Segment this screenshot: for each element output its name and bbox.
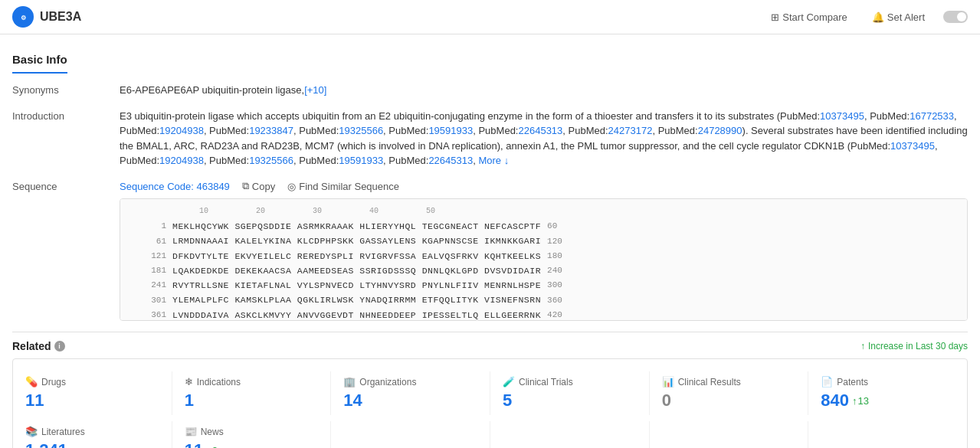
pubmed-link-9[interactable]: 24728990 [698,125,742,136]
patents-delta: ↑ 13 [852,395,869,407]
pubmed-link-4[interactable]: 19233847 [249,125,293,136]
basic-info-title: Basic Info [12,44,67,74]
find-similar-button[interactable]: ◎ Find Similar Sequence [287,181,399,192]
start-compare-button[interactable]: ⊞ Start Compare [765,8,854,26]
seq-line-1: 1 MEKLHQCYWK SGEPQSDDIE ASRMKRAAAK HLIER… [129,220,958,233]
pubmed-link-10[interactable]: 10373495 [890,140,935,152]
pubmed-link-2[interactable]: 16772533 [910,110,954,122]
related-item-empty-6 [808,421,967,448]
seq-line-6: 301 YLEMALPLFC KAMSKLPLAA QGKLIRLWSK YNA… [129,293,958,306]
alert-toggle[interactable] [943,11,968,23]
main-content: Basic Info Synonyms E6-APE6APE6AP ubiqui… [0,34,980,448]
page-title: UBE3A [40,10,765,24]
patents-arrow-up: ↑ [852,395,857,407]
pubmed-link-7[interactable]: 22645313 [518,125,562,136]
seq-line-3: 121 DFKDVTYLTE EKVYEILELC REREDYSPLI RVI… [129,250,958,263]
related-item-empty-3 [331,421,490,448]
pubmed-link-3[interactable]: 19204938 [159,125,204,136]
introduction-row: Introduction E3 ubiquitin-protein ligase… [12,109,968,168]
synonyms-value: E6-APE6APE6AP ubiquitin-protein ligase,[… [120,83,968,98]
arrow-up-icon: ↑ [860,341,865,352]
patents-icon: 📄 [821,376,833,388]
seq-line-2: 61 LRMDNNAAAI KALELYKINA KLCDPHPSKK GASS… [129,234,958,247]
sequence-label: Sequence [12,179,120,192]
related-info-icon[interactable]: i [54,341,65,352]
compare-icon: ⊞ [771,11,779,23]
introduction-value: E3 ubiquitin-protein ligase which accept… [120,109,968,168]
related-item-patents[interactable]: 📄 Patents 840 ↑ 13 [808,371,967,415]
sequence-ruler: 10 20 30 40 50 [175,205,958,217]
intro-more-link[interactable]: More ↓ [478,155,509,166]
literatures-icon: 📚 [25,426,38,437]
indications-icon: ❄ [185,376,193,388]
sequence-header: Sequence Code: 463849 ⧉ Copy ◎ Find Simi… [120,179,968,195]
pubmed-link-5[interactable]: 19325566 [339,125,383,136]
copy-icon: ⧉ [242,180,249,192]
sequence-value: Sequence Code: 463849 ⧉ Copy ◎ Find Simi… [120,179,968,322]
copy-button[interactable]: ⧉ Copy [242,180,275,192]
related-items-row-2: 📚 Literatures 1,241 📰 News 11 [13,418,967,448]
seq-line-5: 241 RVYTRLLSNE KIETAFLNAL VYLSPNVECD LTY… [129,279,958,292]
synonyms-label: Synonyms [12,83,120,96]
related-item-news[interactable]: 📰 News 11 ↑ 2 [172,421,332,448]
sequence-row: Sequence Sequence Code: 463849 ⧉ Copy ◎ … [12,179,968,322]
synonyms-row: Synonyms E6-APE6APE6AP ubiquitin-protein… [12,83,968,98]
introduction-label: Introduction [12,109,120,122]
svg-text:⚙: ⚙ [21,15,26,21]
related-item-drugs[interactable]: 💊 Drugs 11 [13,371,172,415]
news-delta: ↑ 2 [206,445,218,449]
drugs-icon: 💊 [25,376,38,388]
news-arrow-up: ↑ [206,445,211,449]
app-logo: ⚙ [12,6,34,28]
pubmed-link-6[interactable]: 19591933 [428,125,473,136]
news-icon: 📰 [185,426,197,437]
related-items-row-1: 💊 Drugs 11 ❄ Indications 1 [13,368,967,418]
synonyms-more-link[interactable]: [+10] [304,84,326,96]
related-item-empty-4 [490,421,650,448]
header-actions: ⊞ Start Compare 🔔 Set Alert [765,8,968,26]
organizations-icon: 🏢 [343,376,356,388]
related-header: Related i ↑ Increase in Last 30 days [12,332,968,358]
pubmed-link-12[interactable]: 19325566 [249,155,293,166]
pubmed-link-11[interactable]: 19204938 [159,155,204,166]
sequence-code-link[interactable]: Sequence Code: 463849 [120,179,230,195]
clinical-results-icon: 📊 [662,376,674,388]
sequence-box[interactable]: 10 20 30 40 50 1 MEKLHQCYWK SGEPQSDDIE A… [120,198,968,321]
related-grid: 💊 Drugs 11 ❄ Indications 1 [12,358,968,448]
header: ⚙ UBE3A ⊞ Start Compare 🔔 Set Alert [0,0,980,34]
pubmed-link-1[interactable]: 10373495 [820,110,864,122]
basic-info-section: Basic Info Synonyms E6-APE6APE6AP ubiqui… [12,44,968,321]
related-item-organizations[interactable]: 🏢 Organizations 14 [331,371,490,415]
pubmed-link-14[interactable]: 22645313 [428,155,473,166]
increase-badge: ↑ Increase in Last 30 days [860,341,968,352]
related-section: Related i ↑ Increase in Last 30 days 💊 D… [12,332,968,448]
seq-line-4: 181 LQAKDEDKDE DEKEKAACSA AAMEEDSEAS SSR… [129,264,958,277]
related-item-indications[interactable]: ❄ Indications 1 [172,371,332,415]
pubmed-link-13[interactable]: 19591933 [339,155,383,166]
related-item-clinical-results[interactable]: 📊 Clinical Results 0 [650,371,809,415]
related-item-empty-5 [650,421,809,448]
alert-icon: 🔔 [872,11,884,23]
set-alert-button[interactable]: 🔔 Set Alert [866,8,931,26]
seq-line-7: 361 LVNDDDAIVA ASKCLKMVYY ANVVGGEVDT NHN… [129,309,958,322]
related-title: Related i [12,340,65,352]
pubmed-link-8[interactable]: 24273172 [608,125,653,136]
clinical-trials-icon: 🧪 [503,376,515,388]
find-similar-icon: ◎ [287,181,296,192]
related-item-clinical-trials[interactable]: 🧪 Clinical Trials 5 [490,371,650,415]
related-item-literatures[interactable]: 📚 Literatures 1,241 [13,421,172,448]
